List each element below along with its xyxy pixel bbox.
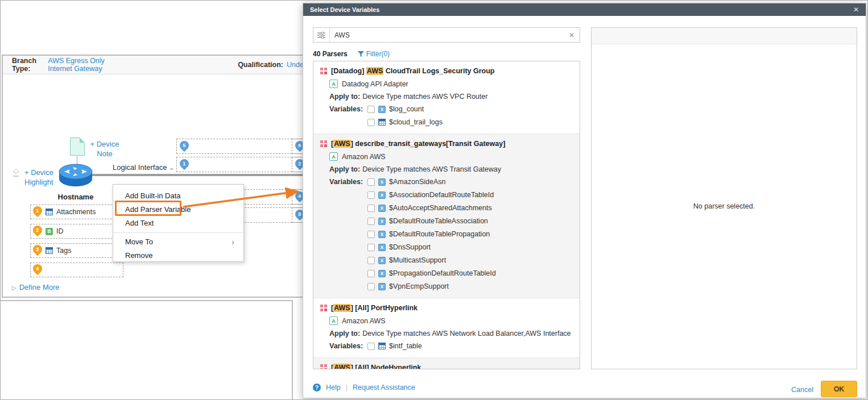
device-note-icon[interactable] (70, 138, 85, 156)
variable-checkbox[interactable] (367, 244, 375, 251)
preview-header (592, 28, 857, 44)
data-field-slot[interactable]: 2 B ID (30, 224, 123, 239)
variables-section: Variables: $log_count (329, 105, 573, 131)
context-menu-item[interactable]: Remove (113, 249, 243, 262)
select-device-variables-dialog: Select Device Variables ✕ ✕ 40 Parsers (303, 3, 866, 398)
variable-checkbox[interactable] (367, 119, 375, 126)
help-link[interactable]: Help (326, 384, 341, 391)
variable-name: $VpnEcmpSupport (389, 282, 449, 290)
app-screen: Branch Type: AWS Egress Only Internet Ga… (0, 0, 868, 400)
add-device-note-link[interactable]: + Device Note (87, 139, 122, 159)
adapter-row: A Datadog API Adapter (329, 80, 573, 88)
variable-checkbox[interactable] (367, 231, 375, 238)
variables-section: Variables: $intf_table (329, 342, 573, 355)
data-field-slot[interactable]: 3 Tags (30, 243, 123, 258)
parser-name: [Datadog] AWS CloudTrail Logs_Security G… (331, 67, 494, 75)
variable-row: $AutoAcceptSharedAttachments (367, 204, 496, 212)
parser-list: [Datadog] AWS CloudTrail Logs_Security G… (313, 61, 580, 369)
variable-checkbox[interactable] (367, 343, 375, 350)
parser-item[interactable]: [AWS] [All] PortHyperlink A Amazon AWS A… (313, 298, 580, 358)
cancel-button[interactable]: Cancel (791, 386, 813, 394)
data-field-slot[interactable]: 4 (30, 262, 123, 277)
variable-row: $cloud_trail_logs (367, 118, 443, 126)
variable-checkbox[interactable] (367, 283, 375, 290)
dialog-title: Select Device Variables (310, 3, 379, 16)
variable-checkbox[interactable] (367, 270, 375, 277)
parser-icon (320, 305, 327, 311)
parser-item[interactable]: [Datadog] AWS CloudTrail Logs_Security G… (313, 61, 580, 134)
chevron-down-icon: ⌄ (168, 164, 174, 172)
parser-item[interactable]: [AWS] [All] NodeHyperlink A Amazon AWS (313, 358, 580, 369)
field-number-pin: 4 (31, 262, 44, 276)
parser-name: [AWS] describe_transit_gateways[Transit … (331, 140, 505, 148)
parser-search-box: ✕ (313, 27, 580, 43)
variables-section: Variables: $AmazonSideAsn (329, 178, 573, 295)
branch-header: Branch Type: AWS Egress Only Internet Ga… (3, 56, 319, 74)
request-assistance-link[interactable]: Request Assistance (353, 384, 415, 391)
parser-name: [AWS] [All] PortHyperlink (331, 304, 418, 312)
variable-name: $AutoAcceptSharedAttachments (389, 204, 492, 212)
field-label: Attachments (56, 208, 96, 216)
variable-name: $DnsSupport (389, 243, 431, 251)
close-icon[interactable]: ✕ (853, 3, 859, 16)
field-label: Tags (56, 247, 71, 255)
variable-checkbox[interactable] (367, 257, 375, 264)
help-icon: ? (313, 384, 321, 391)
data-field-slot[interactable]: 1 Attachments (30, 205, 123, 219)
field-type-icon: B (46, 228, 53, 235)
dialog-footer-links: ? Help | Request Assistance (313, 384, 415, 391)
variable-checkbox[interactable] (367, 106, 375, 113)
define-more-left-link[interactable]: ▷Define More (12, 283, 60, 291)
device-highlight-icon: ◇ (13, 167, 19, 177)
variable-row: $DnsSupport (367, 243, 496, 251)
slot-number-pin: 1 (178, 157, 191, 170)
parser-name: [AWS] [All] NodeHyperlink (331, 364, 421, 369)
variable-checkbox[interactable] (367, 178, 375, 186)
hostname-label: Hostname (55, 193, 96, 201)
context-menu-item[interactable]: Move To › (113, 235, 243, 249)
funnel-icon (358, 51, 364, 57)
search-input[interactable] (330, 31, 569, 39)
search-options-icon[interactable] (313, 28, 330, 42)
variable-row: $PropagationDefaultRouteTableId (367, 269, 496, 277)
branch-type-value[interactable]: AWS Egress Only Internet Gateway (48, 57, 130, 73)
ok-button[interactable]: OK (821, 381, 857, 397)
preview-placeholder: No parser selected. (592, 44, 857, 369)
define-more-arrow-icon: ▷ (12, 285, 16, 291)
adapter-icon: A (329, 152, 338, 161)
parser-icon (320, 68, 327, 74)
parser-title: [AWS] [All] PortHyperlink (320, 304, 573, 312)
logical-interface-dropdown[interactable]: Logical Interface⌄ (113, 163, 174, 172)
field-type-icon (46, 209, 53, 215)
field-number-pin: 2 (31, 224, 44, 237)
variable-checkbox[interactable] (367, 218, 375, 225)
variable-row: $DefaultRouteTableAssociation (367, 217, 496, 225)
variable-type-icon (378, 257, 386, 264)
parser-item[interactable]: [AWS] describe_transit_gateways[Transit … (313, 134, 580, 298)
filter-link[interactable]: Filter(0) (358, 50, 390, 58)
variable-row: $log_count (367, 105, 443, 113)
variable-name: $DefaultRouteTablePropagation (389, 230, 490, 238)
clear-search-icon[interactable]: ✕ (569, 31, 580, 39)
context-menu-item[interactable]: Add Text (113, 216, 243, 230)
router-device-icon[interactable] (57, 163, 94, 190)
variable-checkbox[interactable] (367, 191, 375, 199)
dialog-titlebar: Select Device Variables ✕ (303, 3, 866, 16)
qualification-label: Qualification: (238, 61, 283, 69)
variable-type-icon (378, 119, 386, 126)
apply-to-row: Apply to:Device Type matches AWS Network… (329, 330, 573, 338)
variable-name: $log_count (389, 105, 424, 113)
field-label: ID (56, 227, 64, 235)
apply-to-row: Apply to:Device Type matches AWS VPC Rou… (329, 93, 573, 101)
submenu-arrow-icon: › (232, 235, 234, 249)
context-menu-bottom-group: Move To › Remove (113, 235, 243, 262)
parser-title: [Datadog] AWS CloudTrail Logs_Security G… (320, 67, 573, 75)
adapter-row: A Amazon AWS (329, 152, 573, 161)
apply-to-row: Apply to:Device Type matches AWS Transit… (329, 165, 573, 173)
variable-type-icon (378, 231, 386, 238)
variable-name: $AssociationDefaultRouteTableId (389, 191, 494, 199)
variable-row: $VpnEcmpSupport (367, 282, 496, 290)
variable-checkbox[interactable] (367, 205, 375, 212)
variable-type-icon (378, 343, 386, 349)
variable-type-icon (378, 178, 386, 186)
